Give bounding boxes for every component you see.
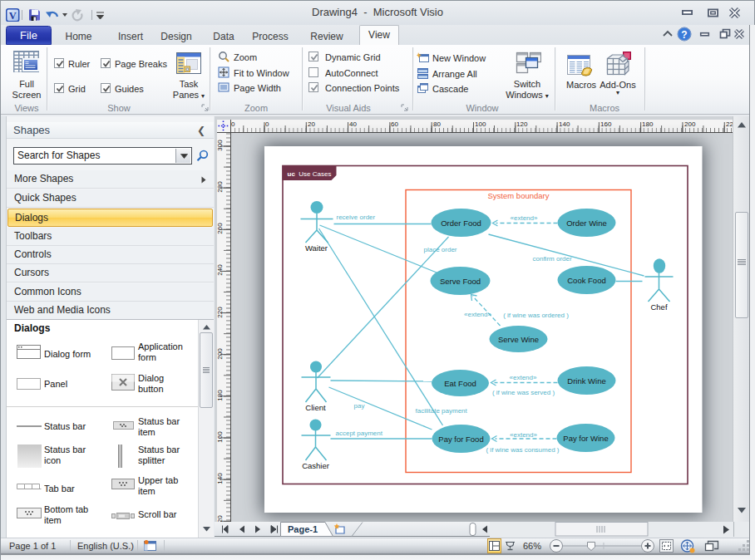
svg-text:( if wine was served ): ( if wine was served ) — [491, 389, 554, 396]
svg-text:?: ? — [681, 29, 687, 41]
svg-text:uc Use Cases: uc Use Cases — [287, 170, 331, 178]
svg-text:Order Food: Order Food — [441, 219, 481, 228]
svg-text:Waiter: Waiter — [304, 243, 327, 253]
svg-text:Pay for Food: Pay for Food — [438, 435, 483, 444]
svg-text:facilitate payment: facilitate payment — [415, 407, 467, 415]
svg-text:Client: Client — [305, 403, 326, 412]
svg-text:Serve Wine: Serve Wine — [497, 335, 538, 344]
svg-text:System boundary: System boundary — [487, 191, 549, 200]
svg-text:Serve Food: Serve Food — [439, 277, 480, 286]
svg-text:«extend»: «extend» — [464, 311, 491, 318]
svg-text:pay: pay — [353, 402, 364, 410]
svg-text:Order Wine: Order Wine — [566, 219, 607, 228]
svg-text:Cook Food: Cook Food — [567, 276, 605, 285]
svg-text:V: V — [9, 10, 17, 22]
svg-text:Chef: Chef — [650, 302, 667, 312]
svg-text:confirm order: confirm order — [532, 255, 571, 263]
svg-text:accept payment: accept payment — [335, 430, 382, 437]
svg-text:place order: place order — [423, 246, 456, 253]
svg-text:( if wine was consumed ): ( if wine was consumed ) — [486, 446, 559, 454]
svg-text:Drink Wine: Drink Wine — [567, 376, 605, 386]
svg-text:Eat Food: Eat Food — [444, 379, 476, 388]
svg-text:«extend»: «extend» — [509, 374, 536, 381]
svg-text:Pay for Wine: Pay for Wine — [563, 434, 608, 443]
svg-text:receive order: receive order — [336, 214, 375, 221]
svg-text:«extend»: «extend» — [510, 214, 537, 222]
svg-text:Page-1: Page-1 — [288, 524, 318, 534]
svg-text:Cashier: Cashier — [302, 461, 329, 470]
svg-text:( if wine was ordered ): ( if wine was ordered ) — [503, 312, 569, 319]
svg-text:«extend»: «extend» — [510, 431, 537, 439]
